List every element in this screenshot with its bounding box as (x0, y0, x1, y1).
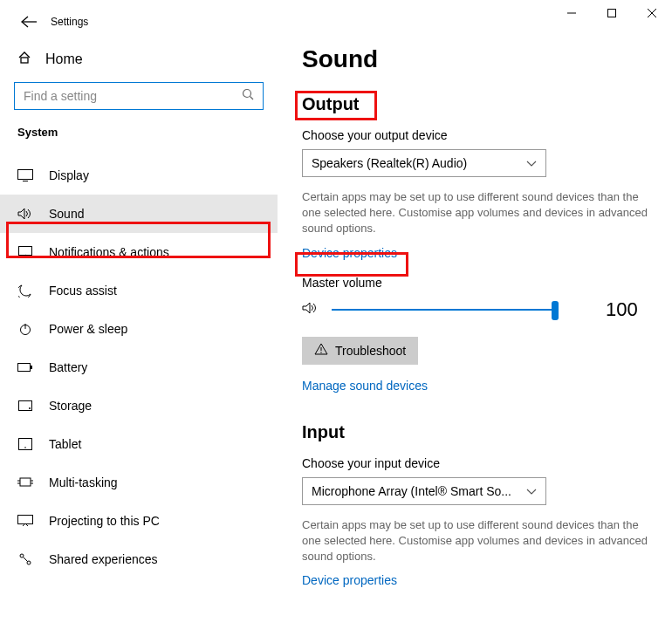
tablet-icon (17, 438, 33, 450)
sidebar-item-label: Storage (49, 399, 92, 413)
sidebar-item-focus-assist[interactable]: Focus assist (0, 271, 278, 310)
projecting-icon (17, 515, 33, 527)
sidebar-item-tablet[interactable]: Tablet (0, 425, 278, 463)
sidebar-item-label: Battery (49, 360, 87, 374)
display-icon (17, 169, 33, 181)
sidebar-item-notifications[interactable]: Notifications & actions (0, 233, 278, 271)
volume-slider-thumb[interactable] (552, 301, 559, 320)
volume-icon[interactable] (302, 301, 319, 318)
chevron-down-icon (526, 484, 537, 498)
search-icon (242, 88, 254, 104)
chevron-down-icon (526, 156, 537, 170)
search-field[interactable] (15, 89, 263, 103)
svg-point-19 (24, 447, 26, 448)
troubleshoot-label: Troubleshoot (335, 344, 406, 358)
master-volume-label: Master volume (302, 276, 655, 290)
sidebar-item-display[interactable]: Display (0, 156, 278, 195)
sound-icon (17, 208, 33, 220)
warning-icon (314, 343, 328, 358)
manage-sound-devices-link[interactable]: Manage sound devices (302, 379, 655, 393)
back-button[interactable] (21, 16, 37, 31)
input-choose-label: Choose your input device (302, 456, 655, 470)
storage-icon (17, 400, 33, 411)
sidebar-item-label: Notifications & actions (49, 245, 169, 259)
sidebar-item-shared-experiences[interactable]: Shared experiences (0, 540, 278, 578)
input-heading: Input (302, 422, 655, 442)
input-device-value: Microphone Array (Intel® Smart So... (312, 484, 511, 498)
output-hint: Certain apps may be set up to use differ… (302, 189, 651, 237)
sidebar-item-power-sleep[interactable]: Power & sleep (0, 310, 278, 348)
battery-icon (17, 362, 33, 373)
input-hint: Certain apps may be set up to use differ… (302, 517, 651, 565)
svg-point-26 (20, 554, 24, 557)
output-device-properties-link[interactable]: Device properties (302, 246, 655, 260)
svg-marker-29 (303, 303, 310, 313)
power-icon (17, 322, 33, 336)
svg-rect-5 (21, 58, 28, 63)
volume-value: 100 (606, 298, 638, 321)
svg-rect-20 (20, 478, 31, 486)
sidebar-item-label: Power & sleep (49, 322, 127, 336)
svg-line-28 (24, 557, 28, 562)
multitasking-icon (17, 476, 33, 489)
page-title: Sound (302, 45, 655, 73)
window-title: Settings (51, 16, 88, 28)
sidebar-item-label: Tablet (49, 437, 81, 451)
svg-marker-10 (18, 209, 24, 219)
volume-slider[interactable] (332, 309, 559, 311)
sidebar-item-label: Projecting to this PC (49, 514, 160, 528)
sidebar-item-sound[interactable]: Sound (0, 195, 278, 233)
input-device-select[interactable]: Microphone Array (Intel® Smart So... (302, 477, 546, 505)
sidebar-item-label: Shared experiences (49, 552, 158, 566)
svg-rect-8 (18, 170, 33, 180)
home-icon (17, 51, 31, 68)
svg-rect-15 (31, 366, 32, 369)
svg-point-32 (320, 352, 321, 352)
search-input[interactable] (14, 82, 264, 110)
sidebar-item-projecting[interactable]: Projecting to this PC (0, 502, 278, 540)
sidebar-item-label: Multi-tasking (49, 475, 118, 489)
svg-rect-14 (18, 364, 31, 372)
sidebar-item-label: Sound (49, 207, 84, 221)
notifications-icon (17, 246, 33, 258)
sidebar-item-label: Display (49, 168, 89, 182)
output-device-select[interactable]: Speakers (Realtek(R) Audio) (302, 149, 546, 177)
input-device-properties-link[interactable]: Device properties (302, 573, 655, 587)
svg-point-27 (27, 561, 31, 564)
home-label: Home (45, 51, 83, 67)
sidebar-item-battery[interactable]: Battery (0, 348, 278, 386)
svg-rect-25 (18, 516, 33, 524)
svg-line-7 (250, 97, 254, 100)
shared-icon (17, 552, 33, 566)
focus-assist-icon (17, 284, 33, 298)
svg-point-6 (243, 90, 251, 98)
troubleshoot-button[interactable]: Troubleshoot (302, 337, 418, 365)
home-nav[interactable]: Home (0, 44, 278, 75)
category-label: System (0, 126, 278, 139)
output-heading: Output (302, 94, 655, 114)
output-choose-label: Choose your output device (302, 128, 655, 142)
svg-rect-11 (19, 247, 32, 256)
output-device-value: Speakers (Realtek(R) Audio) (312, 156, 467, 170)
sidebar-item-label: Focus assist (49, 284, 117, 298)
sidebar-item-multitasking[interactable]: Multi-tasking (0, 463, 278, 502)
svg-point-17 (29, 407, 31, 409)
sidebar-item-storage[interactable]: Storage (0, 386, 278, 425)
